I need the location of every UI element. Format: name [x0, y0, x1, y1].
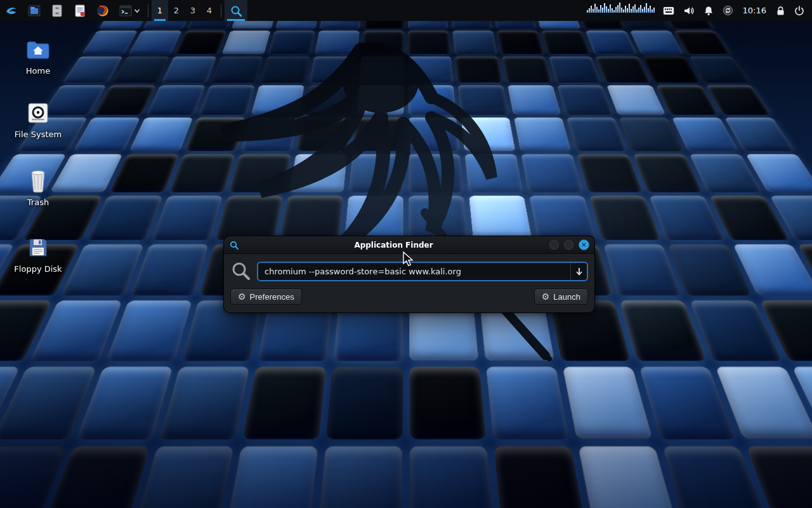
text-editor-launcher-icon[interactable] [69, 0, 91, 21]
desktop-icon-label: Home [3, 66, 73, 76]
workspace-2[interactable]: 2 [168, 0, 185, 21]
window-search-icon [229, 240, 239, 250]
floppy-disk-icon [25, 235, 51, 260]
audio-visualizer[interactable] [583, 0, 658, 13]
desktop-icon-floppy-disk[interactable]: Floppy Disk [3, 235, 73, 274]
command-input[interactable] [257, 262, 588, 281]
file-system-icon [25, 100, 51, 126]
application-finder-window: Application Finder ✕ ⚙ [223, 236, 595, 313]
workspace-3[interactable]: 3 [185, 0, 201, 21]
workspace-2-label: 2 [174, 6, 179, 15]
preferences-button-label: Preferences [250, 292, 294, 302]
search-icon [230, 260, 252, 282]
gear-icon: ⚙ [238, 291, 246, 302]
file-manager-launcher-icon[interactable] [23, 0, 46, 21]
updates-sync-icon[interactable] [718, 0, 738, 21]
window-title: Application Finder [243, 241, 544, 250]
clock-label: 10:16 [743, 6, 766, 15]
window-body: ⚙ Preferences ⚙ Launch [223, 254, 595, 313]
desktop-icon-file-system[interactable]: File System [3, 100, 73, 139]
panel-spacer [247, 0, 583, 21]
firefox-launcher-icon[interactable] [91, 0, 114, 21]
minimize-button[interactable] [549, 240, 559, 250]
home-icon [25, 37, 51, 62]
launch-gear-icon: ⚙ [542, 291, 550, 302]
trash-icon [25, 168, 51, 194]
desktop-icon-trash[interactable]: Trash [3, 168, 73, 207]
arrow-down-icon [575, 267, 583, 276]
window-titlebar[interactable]: Application Finder ✕ [223, 236, 595, 254]
terminal-chevron-down-icon[interactable] [134, 0, 145, 21]
desktop-icon-label: Floppy Disk [3, 264, 73, 274]
history-dropdown-arrow[interactable] [570, 263, 587, 280]
workspace-1-label: 1 [157, 6, 162, 15]
keyboard-icon[interactable] [658, 0, 679, 21]
launch-button[interactable]: ⚙ Launch [534, 288, 588, 305]
file-cabinet-launcher-icon[interactable] [46, 0, 69, 21]
desktop-icon-home[interactable]: Home [3, 37, 73, 76]
logout-power-icon[interactable] [790, 0, 812, 21]
workspace-1[interactable]: 1 [152, 0, 168, 21]
close-button[interactable]: ✕ [579, 239, 589, 250]
desktop-icon-label: File System [3, 130, 73, 139]
volume-icon[interactable] [679, 0, 699, 21]
kali-logo-icon[interactable] [0, 0, 23, 21]
top-panel: 1 2 3 4 10:16 [0, 0, 812, 21]
workspace-4[interactable]: 4 [201, 0, 218, 21]
clock[interactable]: 10:16 [738, 0, 771, 21]
panel-separator [148, 4, 148, 17]
terminal-launcher-icon[interactable] [114, 0, 134, 21]
panel-separator [221, 4, 221, 17]
appfinder-taskbar-icon[interactable] [225, 0, 247, 21]
lock-screen-icon[interactable] [771, 0, 790, 21]
desktop-icon-label: Trash [3, 197, 73, 207]
maximize-button[interactable] [564, 240, 573, 250]
notifications-bell-icon[interactable] [699, 0, 718, 21]
launch-button-label: Launch [553, 292, 580, 302]
preferences-button[interactable]: ⚙ Preferences [230, 288, 302, 305]
workspace-3-label: 3 [190, 6, 195, 15]
workspace-4-label: 4 [207, 6, 212, 15]
